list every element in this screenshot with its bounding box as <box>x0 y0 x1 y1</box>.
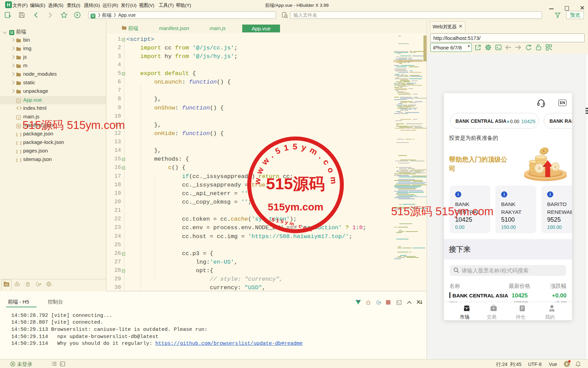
svg-text:515ym.com: 515ym.com <box>268 201 323 212</box>
svg-text:515源码: 515源码 <box>266 175 325 193</box>
svg-text:¥: ¥ <box>538 166 541 171</box>
svg-text:¥: ¥ <box>554 165 557 169</box>
